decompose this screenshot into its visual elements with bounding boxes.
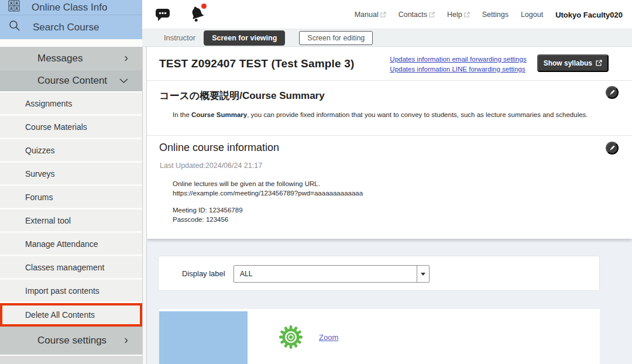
course-summary-text: In the Course Summary, you can provide f… bbox=[173, 111, 588, 118]
pencil-icon bbox=[609, 89, 616, 96]
sidebar-item-forums[interactable]: Forums bbox=[0, 186, 142, 210]
sidebar-section-course-settings[interactable]: Course settings › bbox=[0, 327, 142, 355]
manual-label: Manual bbox=[355, 11, 379, 19]
section-label: Course Content bbox=[37, 75, 107, 87]
settings-label: Settings bbox=[482, 11, 509, 19]
edit-online-course-button[interactable] bbox=[606, 142, 619, 154]
scrollbar[interactable] bbox=[142, 47, 147, 364]
section-label: Messages bbox=[37, 53, 83, 64]
summary-text-bold: Course Summary bbox=[191, 111, 247, 118]
tab-screen-for-editing[interactable]: Screen for editing bbox=[299, 31, 373, 45]
sidebar-section-messages[interactable]: Messages › bbox=[0, 47, 142, 70]
main-content: TEST Z092407 TEST (Test Sample 3) Update… bbox=[147, 47, 632, 239]
course-header: TEST Z092407 TEST (Test Sample 3) Update… bbox=[147, 47, 632, 81]
topbar-links: Manual Contacts Help Settings Logout Uto… bbox=[355, 0, 623, 29]
pencil-icon bbox=[609, 145, 616, 152]
topbar: Manual Contacts Help Settings Logout Uto… bbox=[142, 0, 632, 29]
edit-summary-button[interactable] bbox=[606, 86, 619, 99]
contacts-link[interactable]: Contacts bbox=[399, 11, 435, 19]
line-forwarding-link[interactable]: Updates information LINE forwarding sett… bbox=[390, 64, 526, 74]
selected-value: ALL bbox=[234, 266, 417, 282]
sidebar-item-assignments[interactable]: Assignments bbox=[0, 92, 142, 116]
sidebar-item-course-materials[interactable]: Course Materials bbox=[0, 116, 142, 139]
external-link-icon bbox=[380, 12, 386, 18]
online-lecture-line: Online lectures will be given at the fol… bbox=[173, 179, 363, 188]
header-right: Updates information email forwarding set… bbox=[390, 54, 632, 74]
role-label: Instructor bbox=[164, 33, 195, 42]
content-thumbnail bbox=[159, 311, 248, 364]
sidebar-section-course-content[interactable]: Course Content bbox=[0, 70, 142, 92]
tab-screen-for-viewing[interactable]: Screen for viewing bbox=[204, 30, 285, 46]
summary-text-prefix: In the bbox=[173, 111, 191, 118]
search-icon bbox=[8, 19, 21, 35]
external-link-icon bbox=[429, 12, 435, 18]
help-link[interactable]: Help bbox=[447, 11, 470, 19]
logout-link[interactable]: Logout bbox=[521, 11, 543, 19]
display-label-card: Display label ALL bbox=[158, 256, 600, 291]
chevron-right-icon: › bbox=[124, 334, 128, 345]
select-arrow-button[interactable] bbox=[417, 266, 429, 282]
sidebar-divider bbox=[0, 39, 142, 47]
manual-link[interactable]: Manual bbox=[355, 11, 386, 19]
gear-icon bbox=[278, 324, 304, 352]
meeting-url: https://example.com/meeting/123456789?pw… bbox=[173, 188, 363, 198]
course-summary-section: コースの概要説明/Course Summary In the Course Su… bbox=[147, 81, 632, 136]
sidebar-item-import-past-contents[interactable]: Import past contents bbox=[0, 280, 142, 303]
sidebar-item-online-class-info[interactable]: Online Class Info bbox=[0, 0, 142, 15]
caret-down-icon bbox=[421, 273, 425, 276]
course-summary-heading: コースの概要説明/Course Summary bbox=[159, 89, 325, 102]
sidebar-item-quizzes[interactable]: Quizzes bbox=[0, 139, 142, 163]
notification-badge bbox=[201, 4, 207, 9]
user-name[interactable]: Utokyo Faculty020 bbox=[555, 11, 623, 19]
screen-mode-bar: Instructor Screen for viewing Screen for… bbox=[142, 29, 632, 47]
page-title: TEST Z092407 TEST (Test Sample 3) bbox=[159, 57, 355, 70]
passcode: Passcode: 123456 bbox=[173, 215, 363, 224]
settings-link[interactable]: Settings bbox=[482, 11, 509, 19]
content-list-row: Zoom bbox=[159, 309, 600, 364]
meeting-id: Meeting ID: 123456789 bbox=[173, 205, 363, 215]
section-label: Course settings bbox=[37, 335, 107, 346]
show-syllabus-button[interactable]: Show syllabus bbox=[537, 54, 609, 72]
online-course-section: Online course information Last Updated:2… bbox=[147, 136, 632, 239]
display-label-text: Display label bbox=[182, 269, 225, 278]
email-forwarding-link[interactable]: Updates information email forwarding set… bbox=[390, 54, 526, 64]
external-link-icon bbox=[464, 12, 470, 18]
chat-icon[interactable] bbox=[155, 7, 171, 25]
sidebar-footer bbox=[0, 355, 142, 364]
external-link-icon bbox=[596, 60, 602, 66]
chevron-right-icon: › bbox=[124, 51, 128, 63]
sidebar-item-delete-all-contents[interactable]: Delete All Contents bbox=[0, 303, 142, 327]
online-course-heading: Online course information bbox=[159, 142, 279, 154]
spacer bbox=[173, 198, 363, 205]
online-course-details: Online lectures will be given at the fol… bbox=[173, 179, 363, 224]
sidebar-item-external-tool[interactable]: External tool bbox=[0, 210, 142, 233]
syllabus-label: Show syllabus bbox=[544, 59, 592, 67]
sidebar-item-search-course[interactable]: Search Course bbox=[0, 15, 142, 39]
forwarding-links: Updates information email forwarding set… bbox=[390, 54, 526, 74]
sidebar-item-label: Online Class Info bbox=[32, 2, 107, 13]
sidebar-item-label: Search Course bbox=[33, 22, 99, 33]
sidebar: Online Class Info Search Course Messages… bbox=[0, 0, 142, 364]
summary-text-suffix: , you can provide fixed information that… bbox=[247, 111, 588, 118]
chevron-down-icon bbox=[119, 75, 128, 87]
zoom-link[interactable]: Zoom bbox=[319, 333, 338, 342]
logout-label: Logout bbox=[521, 11, 543, 19]
display-label-select[interactable]: ALL bbox=[233, 265, 430, 283]
class-grid-icon bbox=[8, 0, 20, 15]
sidebar-item-manage-attendance[interactable]: Manage Attendance bbox=[0, 233, 142, 256]
sidebar-item-surveys[interactable]: Surveys bbox=[0, 163, 142, 186]
last-updated: Last Updated:2024/06/24 21:17 bbox=[160, 162, 262, 170]
contacts-label: Contacts bbox=[399, 11, 427, 19]
help-label: Help bbox=[447, 11, 462, 19]
sidebar-item-classes-management[interactable]: Classes management bbox=[0, 256, 142, 280]
